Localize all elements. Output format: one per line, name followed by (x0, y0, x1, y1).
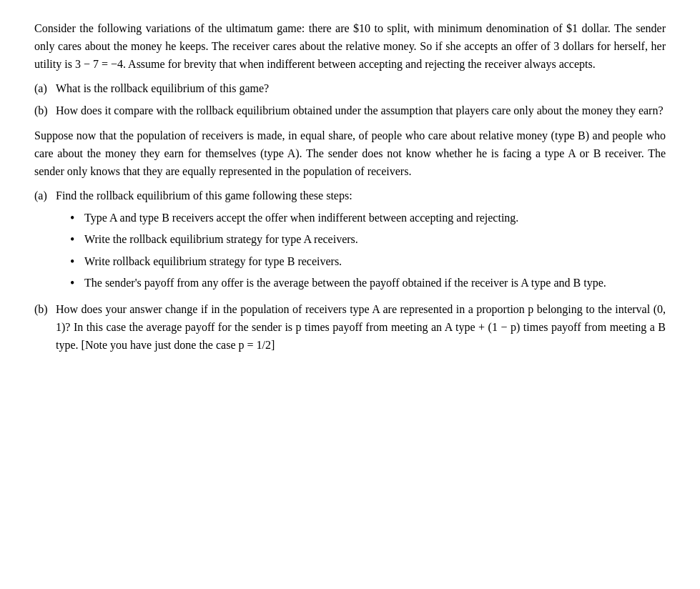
second-paragraph: Suppose now that the population of recei… (34, 127, 666, 180)
second-part-a-label: (a) (34, 187, 56, 205)
bullet-icon-1: • (70, 209, 84, 227)
bullet-item-3: • Write rollback equilibrium strategy fo… (70, 253, 666, 271)
first-part-b-text: How does it compare with the rollback eq… (56, 102, 666, 120)
bullet-text-2: Write the rollback equilibrium strategy … (84, 231, 666, 249)
bullet-item-1: • Type A and type B receivers accept the… (70, 209, 666, 227)
bullet-item-4: • The sender's payoff from any offer is … (70, 274, 666, 292)
first-part-a: (a) What is the rollback equilibrium of … (34, 80, 666, 98)
second-part-b-label: (b) (34, 301, 56, 319)
second-question-list: (a) Find the rollback equilibrium of thi… (34, 187, 666, 354)
intro-paragraph: Consider the following variations of the… (34, 20, 666, 73)
bullet-text-3: Write rollback equilibrium strategy for … (84, 253, 666, 271)
first-part-a-text: What is the rollback equilibrium of this… (56, 80, 666, 98)
first-part-a-label: (a) (34, 80, 56, 98)
bullet-icon-4: • (70, 274, 84, 292)
bullet-icon-2: • (70, 231, 84, 249)
bullet-item-2: • Write the rollback equilibrium strateg… (70, 231, 666, 249)
main-content: Consider the following variations of the… (34, 20, 666, 354)
bullet-icon-3: • (70, 253, 84, 271)
first-question-list: (a) What is the rollback equilibrium of … (34, 80, 666, 120)
first-part-b: (b) How does it compare with the rollbac… (34, 102, 666, 120)
bullet-list: • Type A and type B receivers accept the… (70, 209, 666, 292)
second-part-a-text: Find the rollback equilibrium of this ga… (56, 187, 666, 297)
second-part-a: (a) Find the rollback equilibrium of thi… (34, 187, 666, 297)
bullet-text-1: Type A and type B receivers accept the o… (84, 209, 666, 227)
bullet-text-4: The sender's payoff from any offer is th… (84, 274, 666, 292)
second-part-b: (b) How does your answer change if in th… (34, 301, 666, 354)
second-part-b-text: How does your answer change if in the po… (56, 301, 666, 354)
first-part-b-label: (b) (34, 102, 56, 120)
